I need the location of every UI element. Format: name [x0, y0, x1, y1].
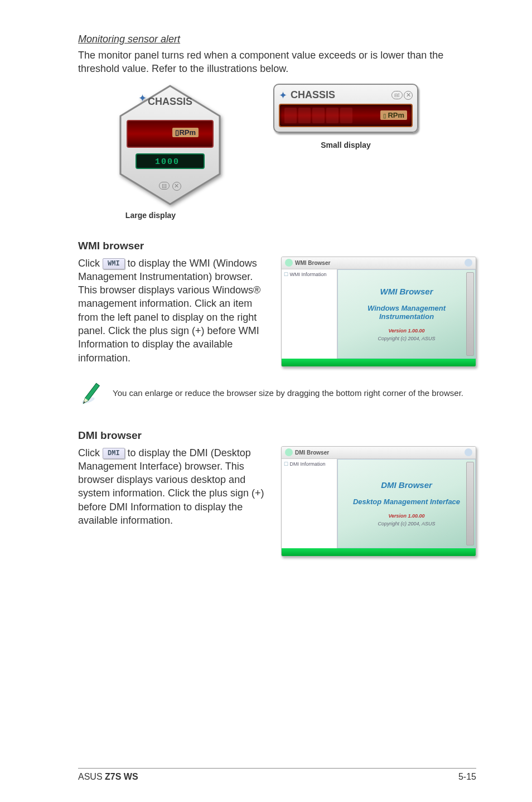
dmi-button[interactable]: DMI [103, 448, 125, 459]
small-sensor-header: ✦ CHASSIS ⊟፧ ✕ [279, 87, 413, 104]
wmi-text-after: to display the WMI (Windows Management I… [78, 258, 260, 364]
close-icon[interactable]: ✕ [172, 182, 181, 191]
large-sensor-widget: ✦ CHASSIS ▯RPm 1000 ⊟ ✕ [117, 84, 223, 206]
small-sensor-readout: RPm [279, 104, 413, 127]
wmi-content-subtitle: Windows Management Instrumentation [342, 304, 471, 321]
wmi-section: Click WMI to display the WMI (Windows Ma… [78, 257, 476, 367]
small-sensor-controls: ⊟፧ ✕ [391, 91, 413, 100]
wmi-heading: WMI browser [78, 240, 476, 252]
dmi-description: Click DMI to display the DMI (Desktop Ma… [78, 446, 264, 528]
pencil-icon [75, 379, 105, 407]
small-sensor-label: CHASSIS [291, 89, 388, 101]
wmi-window-title: WMI Browser [295, 260, 465, 266]
dmi-text-before: Click [78, 447, 103, 458]
footer-brand: ASUS [78, 772, 105, 781]
app-icon [285, 259, 293, 267]
digit-segments [284, 108, 376, 123]
footer-model: Z7S WS [105, 772, 138, 781]
note-text: You can enlarge or reduce the browser si… [113, 388, 463, 399]
dmi-tree-root[interactable]: DMI Information [284, 461, 335, 467]
small-sensor-unit: RPm [380, 110, 407, 120]
wmi-content-title: WMI Browser [380, 287, 433, 296]
dmi-content-title: DMI Browser [381, 480, 432, 490]
dmi-tree-panel[interactable]: DMI Information [282, 459, 337, 548]
large-display-caption: Large display [125, 211, 176, 220]
collapse-icon[interactable]: ⊟ [159, 182, 170, 190]
wmi-window-titlebar: WMI Browser [282, 257, 476, 269]
dmi-content-panel: DMI Browser Desktop Management Interface… [337, 459, 476, 548]
expand-icon[interactable]: ⊟፧ [391, 91, 403, 99]
page-footer: ASUS Z7S WS 5-15 [78, 768, 476, 782]
window-close-icon[interactable] [465, 448, 472, 456]
small-display-caption: Small display [321, 141, 370, 149]
wmi-copyright: Copyright (c) 2004, ASUS [378, 336, 435, 341]
wmi-version: Version 1.00.00 [388, 328, 424, 334]
large-sensor-threshold: 1000 [155, 157, 180, 167]
large-sensor-label: CHASSIS [117, 96, 223, 108]
dmi-version: Version 1.00.00 [388, 513, 424, 519]
note-callout: You can enlarge or reduce the browser si… [78, 380, 476, 414]
footer-left: ASUS Z7S WS [78, 772, 138, 782]
dmi-section: Click DMI to display the DMI (Desktop Ma… [78, 446, 476, 557]
footer-page-number: 5-15 [458, 772, 476, 782]
small-display-column: ✦ CHASSIS ⊟፧ ✕ RPm Small display [273, 84, 418, 149]
window-resize-footer[interactable] [282, 548, 476, 556]
large-sensor-controls: ⊟ ✕ [117, 180, 223, 191]
wmi-browser-window: WMI Browser WMI Information WMI Browser … [281, 257, 476, 367]
window-close-icon[interactable] [465, 259, 472, 267]
wmi-text-before: Click [78, 258, 103, 269]
wmi-tree-root[interactable]: WMI Information [284, 272, 335, 277]
sensor-displays-row: ✦ CHASSIS ▯RPm 1000 ⊟ ✕ Large display ✦ … [78, 84, 476, 220]
large-display-column: ✦ CHASSIS ▯RPm 1000 ⊟ ✕ Large display [78, 84, 223, 220]
dmi-content-subtitle: Desktop Management Interface [353, 497, 460, 506]
dmi-window-titlebar: DMI Browser [282, 447, 476, 459]
alert-section-title: Monitoring sensor alert [78, 33, 476, 45]
dmi-copyright: Copyright (c) 2004, ASUS [378, 521, 435, 526]
small-sensor-widget: ✦ CHASSIS ⊟፧ ✕ RPm [273, 84, 418, 133]
fan-icon: ✦ [279, 89, 287, 102]
wmi-tree-panel[interactable]: WMI Information [282, 269, 337, 359]
dmi-browser-window: DMI Browser DMI Information DMI Browser … [281, 446, 476, 557]
close-icon[interactable]: ✕ [404, 91, 413, 100]
wmi-content-panel: WMI Browser Windows Management Instrumen… [337, 269, 476, 359]
large-sensor-unit: ▯RPm [117, 128, 223, 137]
wmi-button[interactable]: WMI [103, 258, 125, 269]
dmi-window-title: DMI Browser [295, 450, 465, 456]
window-resize-footer[interactable] [282, 359, 476, 366]
alert-body-text: The monitor panel turns red when a compo… [78, 49, 476, 76]
wmi-description: Click WMI to display the WMI (Windows Ma… [78, 257, 264, 365]
dmi-heading: DMI browser [78, 429, 476, 442]
app-icon [285, 448, 293, 456]
